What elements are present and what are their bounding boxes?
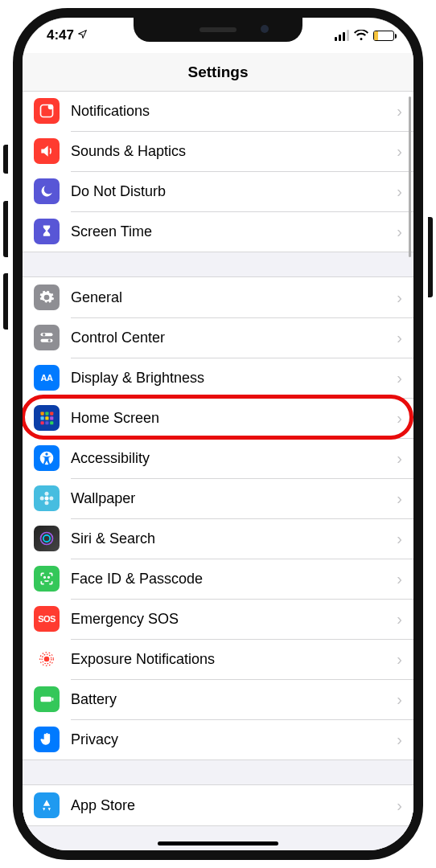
svg-point-17 — [45, 497, 49, 501]
exposure-icon — [34, 646, 60, 672]
chevron-right-icon: › — [397, 489, 402, 508]
row-label: Emergency SOS — [71, 611, 397, 628]
app-grid-icon — [34, 405, 60, 431]
row-siri-search[interactable]: Siri & Search› — [23, 518, 413, 559]
cellular-icon — [335, 30, 349, 41]
row-label: App Store — [71, 797, 397, 814]
toggles-icon — [34, 325, 60, 350]
settings-group: General›Control Center›AADisplay & Brigh… — [23, 276, 413, 760]
row-do-not-disturb[interactable]: Do Not Disturb› — [23, 171, 413, 211]
svg-point-20 — [40, 497, 44, 501]
row-home-screen[interactable]: Home Screen› — [23, 398, 413, 438]
settings-group: Notifications›Sounds & Haptics›Do Not Di… — [23, 92, 413, 252]
chevron-right-icon: › — [397, 369, 402, 387]
row-label: Display & Brightness — [71, 370, 397, 387]
row-notifications[interactable]: Notifications› — [23, 92, 413, 131]
svg-point-16 — [45, 452, 47, 455]
row-label: Battery — [71, 691, 397, 708]
siri-icon — [34, 526, 60, 551]
sos-icon: SOS — [34, 606, 60, 632]
row-screen-time[interactable]: Screen Time› — [23, 211, 413, 252]
flower-icon — [34, 485, 60, 511]
chevron-right-icon: › — [397, 142, 402, 161]
chevron-right-icon: › — [397, 530, 402, 548]
notch — [134, 18, 302, 42]
row-label: Do Not Disturb — [71, 183, 397, 200]
svg-rect-2 — [41, 333, 53, 336]
row-label: Accessibility — [71, 450, 397, 467]
notifications-icon — [34, 98, 60, 124]
chevron-right-icon: › — [397, 449, 402, 468]
svg-rect-7 — [45, 412, 48, 416]
row-label: General — [71, 289, 397, 306]
app-store-icon — [34, 792, 60, 818]
row-label: Screen Time — [71, 223, 397, 240]
settings-list[interactable]: Notifications›Sounds & Haptics›Do Not Di… — [23, 92, 413, 850]
row-label: Sounds & Haptics — [71, 143, 397, 160]
chevron-right-icon: › — [397, 796, 402, 815]
hand-icon — [34, 727, 60, 752]
faceid-icon — [34, 566, 60, 592]
row-accessibility[interactable]: Accessibility› — [23, 438, 413, 478]
row-battery[interactable]: Battery› — [23, 679, 413, 719]
svg-point-1 — [48, 104, 54, 110]
status-time: 4:47 — [47, 27, 74, 43]
row-emergency-sos[interactable]: SOSEmergency SOS› — [23, 599, 413, 639]
row-label: Notifications — [71, 103, 397, 120]
row-label: Exposure Notifications — [71, 651, 397, 668]
location-icon — [77, 29, 88, 42]
speaker-icon — [34, 138, 60, 164]
row-label: Face ID & Passcode — [71, 571, 397, 588]
svg-rect-9 — [41, 416, 44, 420]
row-label: Privacy — [71, 731, 397, 748]
svg-rect-14 — [50, 421, 53, 424]
svg-point-26 — [44, 657, 50, 662]
row-label: Home Screen — [71, 410, 397, 427]
row-sounds-haptics[interactable]: Sounds & Haptics› — [23, 131, 413, 171]
battery-icon — [373, 31, 394, 41]
settings-group: App Store› — [23, 784, 413, 826]
svg-point-4 — [43, 334, 45, 336]
svg-rect-29 — [41, 697, 51, 702]
chevron-right-icon: › — [397, 731, 402, 749]
row-app-store[interactable]: App Store› — [23, 785, 413, 825]
row-label: Siri & Search — [71, 530, 397, 547]
row-display-brightness[interactable]: AADisplay & Brightness› — [23, 358, 413, 398]
row-privacy[interactable]: Privacy› — [23, 719, 413, 760]
chevron-right-icon: › — [397, 223, 402, 241]
svg-rect-11 — [50, 416, 53, 420]
row-wallpaper[interactable]: Wallpaper› — [23, 478, 413, 518]
svg-point-22 — [41, 533, 53, 545]
chevron-right-icon: › — [397, 409, 402, 428]
scrollbar[interactable] — [409, 96, 411, 257]
wifi-icon — [354, 30, 368, 41]
row-faceid-passcode[interactable]: Face ID & Passcode› — [23, 559, 413, 599]
svg-point-25 — [48, 577, 50, 579]
home-indicator[interactable] — [158, 841, 278, 845]
svg-rect-10 — [45, 416, 48, 420]
row-exposure-notifications[interactable]: Exposure Notifications› — [23, 639, 413, 679]
row-general[interactable]: General› — [23, 277, 413, 317]
svg-rect-12 — [41, 421, 44, 424]
row-label: Control Center — [71, 330, 397, 346]
battery-icon — [34, 686, 60, 712]
row-label: Wallpaper — [71, 490, 397, 507]
svg-rect-3 — [41, 339, 53, 342]
svg-rect-13 — [45, 421, 48, 424]
hourglass-icon — [34, 219, 60, 244]
svg-point-5 — [48, 339, 51, 342]
svg-point-24 — [44, 577, 46, 579]
text-size-icon: AA — [34, 365, 60, 391]
chevron-right-icon: › — [397, 650, 402, 669]
svg-point-18 — [45, 492, 49, 496]
moon-icon — [34, 178, 60, 204]
svg-point-19 — [45, 501, 49, 505]
chevron-right-icon: › — [397, 690, 402, 709]
chevron-right-icon: › — [397, 570, 402, 588]
row-control-center[interactable]: Control Center› — [23, 317, 413, 358]
svg-point-23 — [43, 535, 50, 542]
chevron-right-icon: › — [397, 102, 402, 121]
gear-icon — [34, 285, 60, 310]
svg-rect-8 — [50, 412, 53, 416]
accessibility-icon — [34, 445, 60, 471]
